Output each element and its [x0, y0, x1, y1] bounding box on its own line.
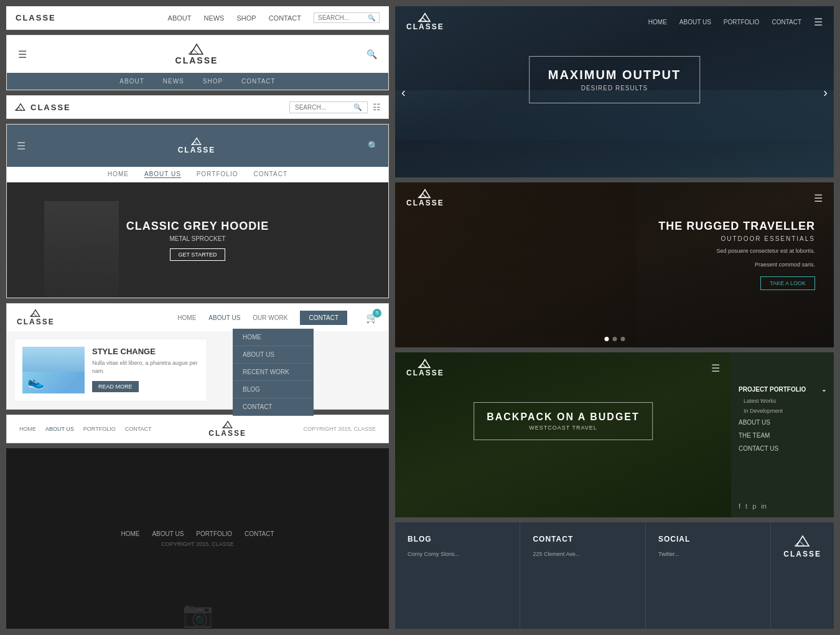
widget4-nav-portfolio[interactable]: PORTFOLIO	[197, 171, 238, 178]
rw3-logo-text: CLASSE	[406, 369, 444, 377]
sidebar-latest-works[interactable]: Latest Works	[739, 397, 826, 405]
rw4-contact-title: CONTACT	[533, 535, 632, 543]
widget6-blog-card-area: 👟 STYLE CHANGE Nulla vitae elit libero, …	[7, 331, 388, 409]
rw1-nav-aboutus[interactable]: ABOUT US	[679, 19, 711, 26]
rw3-header: CLASSE ☰	[395, 352, 731, 383]
mountain-icon	[222, 420, 234, 429]
twitter-icon[interactable]: t	[745, 502, 747, 510]
widget1-search[interactable]: 🔍	[314, 12, 380, 23]
hamburger-icon[interactable]: ☰	[814, 192, 823, 204]
widget5-logo: CLASSE	[17, 309, 55, 326]
hamburger-icon[interactable]: ☰	[711, 362, 720, 374]
rw2-hero-desc2: Praesent commod saris.	[658, 261, 815, 270]
widget3-search-input[interactable]	[295, 104, 351, 111]
hamburger-icon[interactable]: ☰	[17, 140, 26, 152]
widget5-cart[interactable]: 🛒 5	[366, 312, 378, 324]
facebook-icon[interactable]: f	[739, 502, 740, 510]
blog-card-image: 👟	[22, 347, 85, 393]
dropdown-contact[interactable]: CONTACT	[233, 398, 314, 416]
widget8-nav-home[interactable]: HOME	[121, 530, 139, 537]
blog-card-body: Nulla vitae elit libero, a pharetra augu…	[92, 359, 199, 375]
rw1-logo-text: CLASSE	[406, 22, 444, 31]
widget4-nav-aboutus[interactable]: ABOUT US	[144, 171, 181, 178]
linkedin-icon[interactable]: in	[761, 502, 767, 510]
rw3-backpack-budget: CLASSE ☰ BACKPACK ON A BUDGET WESTCOAST …	[395, 352, 834, 517]
search-icon[interactable]: 🔍	[366, 49, 377, 59]
hero-person-image	[44, 201, 119, 298]
pinterest-icon[interactable]: p	[752, 502, 756, 510]
widget7-nav-home[interactable]: HOME	[19, 426, 36, 432]
rw2-hero-title: THE RUGGED TRAVELLER	[658, 220, 815, 233]
widget1-nav-shop[interactable]: SHOP	[236, 14, 256, 22]
rw1-nav-portfolio[interactable]: PORTFOLIO	[724, 19, 760, 26]
widget5-header: CLASSE HOME ABOUT US OUR WORK CONTACT 🛒 …	[7, 304, 388, 331]
widget1-nav-about[interactable]: ABOUT	[168, 14, 192, 22]
hero-title: CLASSIC GREY HOODIE	[126, 220, 269, 233]
widget7-nav-contact[interactable]: CONTACT	[125, 426, 152, 432]
rw4-footer: BLOG Corny Corny Sloris... CONTACT 225 C…	[395, 522, 834, 629]
rw1-nav-home[interactable]: HOME	[648, 19, 667, 26]
widget4-nav-home[interactable]: HOME	[108, 171, 129, 178]
widget7-nav-portfolio[interactable]: PORTFOLIO	[83, 426, 116, 432]
widget2-nav-shop[interactable]: SHOP	[203, 78, 223, 85]
take-a-look-button[interactable]: TAKE A LOOK	[760, 276, 815, 290]
widget7-nav-aboutus[interactable]: ABOUT US	[45, 426, 74, 432]
prev-arrow[interactable]: ‹	[401, 85, 406, 99]
widget5-nav-home[interactable]: HOME	[177, 314, 196, 321]
dot-1[interactable]	[604, 337, 609, 341]
widget2-nav-news[interactable]: NEWS	[163, 78, 184, 85]
rw4-social-title: SOCIAL	[658, 535, 758, 543]
widget2-nav-about[interactable]: ABOUT	[119, 78, 144, 85]
get-started-button[interactable]: GET STARTED	[170, 248, 225, 261]
widget8-nav-portfolio[interactable]: PORTFOLIO	[196, 530, 232, 537]
widget3-search[interactable]: 🔍	[289, 101, 368, 113]
mountain-icon	[418, 359, 432, 369]
widget1-nav-news[interactable]: NEWS	[203, 14, 224, 22]
widget2-nav-contact[interactable]: CONTACT	[241, 78, 276, 85]
hero-text: CLASSIC GREY HOODIE METAL SPROCKET GET S…	[126, 220, 269, 261]
widget1-nav-contact[interactable]: CONTACT	[269, 14, 301, 22]
widget3-logo-text: CLASSE	[30, 103, 71, 112]
rw4-logo-area: CLASSE	[771, 522, 834, 629]
sidebar-in-development[interactable]: In Development	[739, 407, 826, 415]
widget1-search-input[interactable]	[318, 14, 368, 21]
dropdown-home[interactable]: HOME	[233, 329, 314, 346]
dropdown-recentwork[interactable]: RECENT WORK	[233, 364, 314, 381]
sidebar-about-us[interactable]: ABOUT US	[739, 416, 826, 428]
widget5-nav-dropdown: CLASSE HOME ABOUT US OUR WORK CONTACT 🛒 …	[6, 303, 389, 410]
grid-icon[interactable]: ☷	[373, 102, 381, 112]
hamburger-icon[interactable]: ☰	[18, 49, 27, 60]
mountain-icon	[418, 12, 432, 22]
dot-3[interactable]	[620, 337, 625, 341]
widget5-nav-ourwork[interactable]: OUR WORK	[253, 314, 287, 321]
rw4-social-content: Twitter...	[658, 550, 758, 558]
widget4-hero: CLASSIC GREY HOODIE METAL SPROCKET GET S…	[7, 182, 388, 298]
blog-card-content: STYLE CHANGE Nulla vitae elit libero, a …	[92, 347, 199, 393]
read-more-button[interactable]: READ MORE	[92, 381, 139, 392]
carousel-dots	[604, 337, 625, 341]
widget4-logo-text: CLASSE	[178, 146, 216, 154]
widget4-nav-contact[interactable]: CONTACT	[253, 171, 287, 178]
widget8-nav-aboutus[interactable]: ABOUT US	[152, 530, 184, 537]
widget7-logo: CLASSE	[208, 420, 246, 438]
dot-2[interactable]	[612, 337, 617, 341]
hamburger-icon[interactable]: ☰	[814, 16, 823, 28]
search-icon[interactable]: 🔍	[368, 141, 378, 151]
hero-subtitle: METAL SPROCKET	[126, 235, 269, 242]
next-arrow[interactable]: ›	[823, 85, 828, 99]
widget2-top: ☰ CLASSE 🔍	[7, 35, 388, 73]
sidebar-project-portfolio[interactable]: PROJECT PORTFOLIO ⌄	[739, 383, 826, 395]
rw1-nav-contact[interactable]: CONTACT	[772, 19, 801, 26]
rw4-col-contact: CONTACT 225 Clement Ave...	[520, 522, 645, 629]
search-icon: 🔍	[368, 14, 375, 21]
rw3-social-links: f t p in	[739, 496, 826, 510]
rw3-text-box: BACKPACK ON A BUDGET WESTCOAST TRAVEL	[474, 402, 653, 440]
widget5-contact-tab[interactable]: CONTACT	[300, 311, 347, 325]
widget8-nav-contact[interactable]: CONTACT	[245, 530, 274, 537]
sidebar-the-team[interactable]: THE TEAM	[739, 430, 826, 441]
dropdown-blog[interactable]: BLOG	[233, 381, 314, 398]
widget5-nav-aboutus[interactable]: ABOUT US	[208, 314, 240, 321]
rw4-logo-text: CLASSE	[783, 550, 821, 558]
sidebar-contact-us[interactable]: CONTACT US	[739, 443, 826, 454]
dropdown-aboutus[interactable]: ABOUT US	[233, 346, 314, 364]
